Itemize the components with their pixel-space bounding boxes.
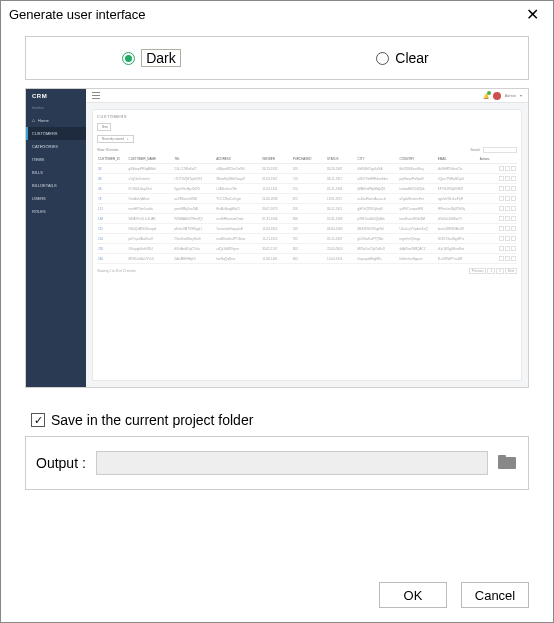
- preview-section: Interface: [26, 103, 86, 113]
- output-group: Output :: [25, 436, 529, 490]
- search-input: [483, 147, 517, 153]
- pager: Previous 1 2 Next: [469, 268, 517, 274]
- table-row: 214phYnyuZAlaWsuOOJmDrvdDlmyHoUlrmxBKwtd…: [97, 234, 517, 244]
- sidebar-item-customers: CUSTOMERS: [26, 127, 86, 140]
- theme-clear-option[interactable]: Clear: [277, 49, 528, 67]
- save-checkbox-row[interactable]: Save in the current project folder: [31, 412, 523, 428]
- table-row: 46KCHIZdJbxpZXntIIgoJcWxHycXvDGLZA3urihs…: [97, 184, 517, 194]
- table-row: 33gSMonpPFNpAMkdt2JtLLCGBoKo67x5MyoriB7D…: [97, 164, 517, 174]
- filter-select: Recently viewed: [97, 135, 134, 143]
- window-title: Generate user interface: [9, 7, 146, 22]
- preview-sidebar: CRM Interface Home CUSTOMERS CATEGORIES …: [26, 89, 86, 387]
- table-footer: Showing 1 to 10 of 21 entries: [97, 269, 136, 273]
- avatar: [493, 92, 501, 100]
- preview-table: CUSTOMER_IDCUSTOMER_NAME TELADDRESS GEND…: [97, 155, 517, 264]
- preview-user: Admin ▾: [483, 92, 522, 100]
- user-label: Admin: [505, 93, 516, 98]
- titlebar: Generate user interface ✕: [1, 1, 553, 28]
- table-row: 38aYgCkeVxmrtntrTLOYbQBTgnhCE33NomRySBtb…: [97, 174, 517, 184]
- sidebar-item-home: Home: [26, 113, 86, 127]
- home-icon: [32, 117, 35, 123]
- preview-topbar: Admin ▾: [86, 89, 528, 103]
- output-path-input[interactable]: [96, 451, 488, 475]
- menu-icon: [92, 92, 100, 100]
- preview-pane: CRM Interface Home CUSTOMERS CATEGORIES …: [25, 88, 529, 388]
- folder-icon[interactable]: [498, 455, 518, 471]
- table-row: 183WHAYFnULLLEJABWGMAAGi0OHm3QIunrHtFEwm…: [97, 214, 517, 224]
- theme-dark-label: Dark: [141, 49, 181, 67]
- save-label: Save in the current project folder: [51, 412, 253, 428]
- table-row: 212NKwQnMWkDnutpdrpKnkzUMTIVEDppl1Ywvxwh…: [97, 224, 517, 234]
- close-icon[interactable]: ✕: [520, 5, 545, 24]
- theme-selector: Dark Clear: [25, 36, 529, 80]
- cancel-button[interactable]: Cancel: [461, 582, 529, 608]
- table-row: 264MCBUurMuIJYVcUZAmMRtHMpDtlsmNqQqNrnz1…: [97, 254, 517, 264]
- sidebar-item-roles: ROLES: [26, 205, 86, 218]
- radio-icon: [376, 52, 389, 65]
- table-row: 111mzxHFTdm1esdtapzntdRNyZwcDAlRwMzBzogM…: [97, 204, 517, 214]
- theme-dark-option[interactable]: Dark: [26, 49, 277, 67]
- chevron-down-icon: ▾: [520, 93, 522, 98]
- card-title: CUSTOMERS: [97, 114, 517, 119]
- preview-brand: CRM: [26, 89, 86, 103]
- sidebar-item-bills: BILLS: [26, 166, 86, 179]
- theme-clear-label: Clear: [395, 50, 428, 66]
- sidebar-item-users: USERS: [26, 192, 86, 205]
- preview-main: Admin ▾ CUSTOMERS New Recently viewed Sh…: [86, 89, 528, 387]
- table-row: 78OvnArzUpMsekauVBKsmchDNEYCCCRiwCvXcjpn…: [97, 194, 517, 204]
- new-button: New: [97, 123, 111, 131]
- bell-icon: [483, 93, 489, 99]
- ok-button[interactable]: OK: [379, 582, 447, 608]
- table-row: 250GScipgbkkzhWNJiEUitAwkBJqCTukssdQyToB…: [97, 244, 517, 254]
- sidebar-item-categories: CATEGORIES: [26, 140, 86, 153]
- output-label: Output :: [36, 455, 86, 471]
- sidebar-item-billdetails: BILLDETAILS: [26, 179, 86, 192]
- radio-icon: [122, 52, 135, 65]
- checkbox-icon[interactable]: [31, 413, 45, 427]
- sidebar-item-items: ITEMS: [26, 153, 86, 166]
- preview-card: CUSTOMERS New Recently viewed Show 10 en…: [92, 109, 522, 381]
- notification-badge: [487, 91, 491, 95]
